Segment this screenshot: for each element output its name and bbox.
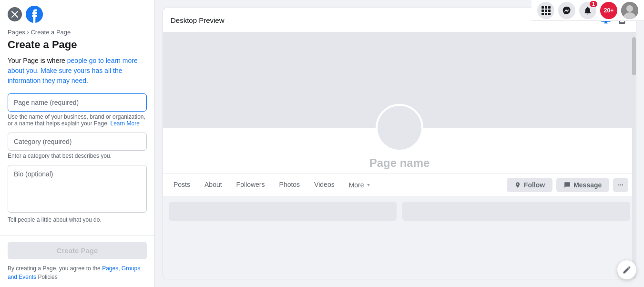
alerts-icon-btn[interactable]: 20+ — [600, 2, 617, 19]
edit-icon — [622, 265, 632, 275]
message-button[interactable]: Message — [556, 178, 609, 192]
breadcrumb: Pages › Create a Page — [8, 29, 147, 36]
page-nav-items: Posts About Followers Photos Videos More — [167, 176, 501, 194]
left-panel-bottom: Create Page By creating a Page, you agre… — [0, 236, 154, 287]
more-dots-label: ··· — [618, 181, 624, 189]
notifications-icon-btn[interactable]: 1 — [579, 2, 596, 19]
edit-fab[interactable] — [617, 260, 636, 279]
preview-content: Page name Posts About Followers Photos V… — [163, 32, 636, 279]
svg-rect-8 — [548, 13, 551, 15]
facebook-logo — [26, 6, 43, 23]
content-area — [163, 196, 636, 226]
profile-pic-wrapper — [376, 104, 423, 152]
svg-rect-3 — [542, 10, 544, 12]
breadcrumb-separator: › — [25, 29, 31, 36]
svg-point-10 — [626, 5, 633, 12]
svg-rect-1 — [545, 6, 547, 9]
notifications-badge: 1 — [590, 1, 597, 7]
follow-button[interactable]: Follow — [507, 178, 552, 192]
chevron-down-icon — [365, 182, 372, 188]
svg-rect-5 — [548, 10, 551, 12]
svg-rect-0 — [542, 6, 544, 9]
page-name-hint: Use the name of your business, brand or … — [8, 113, 147, 127]
page-title: Create a Page — [8, 39, 147, 51]
grid-icon-btn[interactable] — [537, 2, 554, 19]
breadcrumb-current: Create a Page — [31, 29, 71, 36]
nav-item-more[interactable]: More — [342, 176, 378, 194]
left-panel: Pages › Create a Page Create a Page Your… — [0, 0, 155, 287]
page-action-buttons: Follow Message ··· — [503, 174, 632, 196]
main-layout: Pages › Create a Page Create a Page Your… — [0, 0, 644, 287]
right-panel: Desktop Preview — [155, 0, 644, 287]
breadcrumb-pages[interactable]: Pages — [8, 29, 25, 36]
profile-pic — [376, 104, 423, 152]
category-input[interactable] — [8, 133, 147, 151]
fb-page-preview: Page name Posts About Followers Photos V… — [163, 32, 636, 279]
close-button[interactable] — [8, 7, 22, 21]
learn-more-link[interactable]: Learn More — [110, 120, 139, 127]
nav-item-followers[interactable]: Followers — [230, 176, 272, 194]
bio-hint: Tell people a little about what you do. — [8, 216, 147, 223]
preview-container: Desktop Preview — [163, 8, 636, 279]
preview-bottom-fade — [163, 260, 628, 279]
bio-group: Tell people a little about what you do. — [8, 165, 147, 223]
nav-item-about[interactable]: About — [198, 176, 229, 194]
description: Your Page is where people go to learn mo… — [8, 56, 147, 86]
nav-item-photos[interactable]: Photos — [273, 176, 307, 194]
messenger-icon-btn[interactable] — [558, 2, 575, 19]
logo-row — [8, 6, 147, 23]
follow-icon — [514, 182, 521, 188]
scroll-thumb — [632, 37, 636, 75]
page-name-input[interactable] — [8, 93, 147, 112]
page-nav: Posts About Followers Photos Videos More — [163, 174, 636, 196]
more-dots-button[interactable]: ··· — [613, 178, 628, 192]
svg-rect-2 — [548, 6, 551, 9]
preview-scrollbar[interactable] — [632, 32, 636, 279]
message-icon — [564, 182, 571, 188]
nav-item-posts[interactable]: Posts — [167, 176, 197, 194]
create-page-button[interactable]: Create Page — [8, 242, 147, 259]
content-placeholder-1 — [169, 202, 397, 221]
terms-text: By creating a Page, you agree to the Pag… — [8, 264, 147, 281]
message-btn-label: Message — [573, 181, 602, 189]
category-hint: Enter a category that best describes you… — [8, 153, 147, 159]
page-name-group: Use the name of your business, brand or … — [8, 93, 147, 127]
content-placeholder-2 — [402, 202, 630, 221]
alerts-badge: 20+ — [604, 7, 613, 14]
bio-textarea[interactable] — [8, 165, 147, 213]
preview-title: Desktop Preview — [171, 16, 225, 24]
user-avatar[interactable] — [621, 2, 638, 19]
svg-rect-7 — [545, 13, 547, 15]
svg-rect-6 — [542, 13, 544, 15]
follow-btn-label: Follow — [524, 181, 545, 189]
profile-section: Page name — [163, 128, 636, 174]
nav-item-videos[interactable]: Videos — [307, 176, 341, 194]
category-group: Enter a category that best describes you… — [8, 133, 147, 159]
header-icons: 1 20+ — [532, 0, 644, 21]
svg-rect-4 — [545, 10, 547, 12]
